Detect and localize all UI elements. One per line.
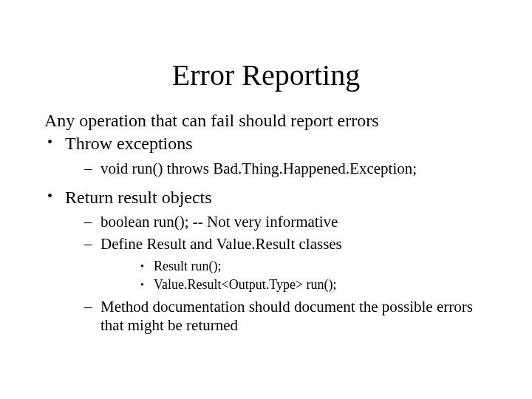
sub-bullet: Define Result and Value.Result classes R… <box>65 235 495 293</box>
bullet-text: Return result objects <box>65 188 212 207</box>
slide-body: Any operation that can fail should repor… <box>0 110 532 335</box>
slide-title: Error Reporting <box>0 58 532 92</box>
sub-bullet: boolean run(); -- Not very informative <box>65 213 495 232</box>
sub-bullet-text: boolean run(); -- Not very informative <box>100 213 338 231</box>
sub-bullet: void run() throws Bad.Thing.Happened.Exc… <box>65 160 495 179</box>
subsub-bullet: Result run(); <box>100 259 495 275</box>
bullet-list-level3: Result run(); Value.Result<Output.Type> … <box>100 259 495 293</box>
bullet-return-result-objects: Return result objects boolean run(); -- … <box>44 187 495 335</box>
subsub-bullet-text: Result run(); <box>154 259 222 273</box>
bullet-list-level2: void run() throws Bad.Thing.Happened.Exc… <box>65 160 495 179</box>
sub-bullet-text: Method documentation should document the… <box>100 298 473 335</box>
sub-bullet-text: Define Result and Value.Result classes <box>100 235 342 253</box>
intro-text: Any operation that can fail should repor… <box>44 110 495 132</box>
bullet-list-level2: boolean run(); -- Not very informative D… <box>65 213 495 335</box>
sub-bullet-text: void run() throws Bad.Thing.Happened.Exc… <box>100 160 417 177</box>
spacer <box>44 183 495 185</box>
slide: Error Reporting Any operation that can f… <box>0 58 532 399</box>
subsub-bullet-text: Value.Result<Output.Type> run(); <box>154 277 337 292</box>
bullet-text: Throw exceptions <box>65 134 193 153</box>
bullet-throw-exceptions: Throw exceptions void run() throws Bad.T… <box>44 133 495 178</box>
subsub-bullet: Value.Result<Output.Type> run(); <box>100 277 495 293</box>
sub-bullet: Method documentation should document the… <box>65 298 495 335</box>
bullet-list-level1: Throw exceptions void run() throws Bad.T… <box>44 133 495 335</box>
